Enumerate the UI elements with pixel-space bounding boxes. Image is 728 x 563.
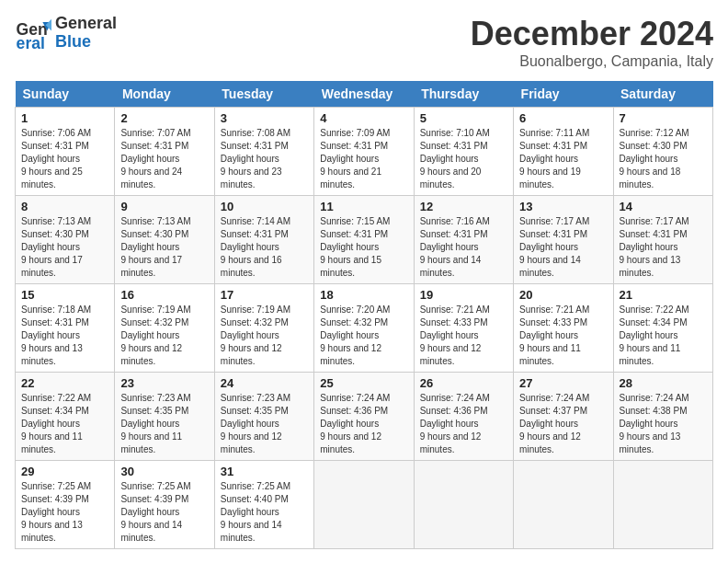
day-cell-15: 15 Sunrise: 7:18 AMSunset: 4:31 PMDaylig…	[16, 284, 115, 373]
day-number: 30	[120, 465, 208, 478]
day-number: 19	[420, 288, 507, 302]
day-number: 18	[320, 288, 407, 302]
day-cell-22: 22 Sunrise: 7:22 AMSunset: 4:34 PMDaylig…	[16, 373, 115, 461]
day-number: 5	[420, 111, 507, 125]
logo-line2: Blue	[55, 33, 117, 52]
day-number: 12	[420, 200, 507, 213]
day-cell-17: 17 Sunrise: 7:19 AMSunset: 4:32 PMDaylig…	[214, 284, 313, 373]
day-cell-25: 25 Sunrise: 7:24 AMSunset: 4:36 PMDaylig…	[314, 373, 414, 461]
day-number: 21	[620, 288, 707, 302]
day-cell-28: 28 Sunrise: 7:24 AMSunset: 4:38 PMDaylig…	[613, 373, 712, 461]
day-header-saturday: Saturday	[613, 81, 712, 108]
cell-text: Sunrise: 7:11 AMSunset: 4:31 PMDaylight …	[519, 128, 589, 190]
day-cell-7: 7 Sunrise: 7:12 AMSunset: 4:30 PMDayligh…	[613, 108, 712, 196]
day-cell-2: 2 Sunrise: 7:07 AMSunset: 4:31 PMDayligh…	[115, 108, 214, 196]
day-number: 4	[320, 111, 407, 125]
day-number: 1	[21, 111, 108, 125]
calendar-table: SundayMondayTuesdayWednesdayThursdayFrid…	[15, 81, 713, 549]
day-cell-6: 6 Sunrise: 7:11 AMSunset: 4:31 PMDayligh…	[514, 108, 613, 196]
day-cell-8: 8 Sunrise: 7:13 AMSunset: 4:30 PMDayligh…	[16, 196, 115, 284]
cell-text: Sunrise: 7:24 AMSunset: 4:36 PMDaylight …	[320, 393, 390, 454]
cell-text: Sunrise: 7:19 AMSunset: 4:32 PMDaylight …	[120, 304, 190, 366]
day-number: 29	[21, 465, 108, 478]
cell-text: Sunrise: 7:23 AMSunset: 4:35 PMDaylight …	[221, 393, 290, 454]
day-cell-16: 16 Sunrise: 7:19 AMSunset: 4:32 PMDaylig…	[115, 284, 214, 373]
day-cell-23: 23 Sunrise: 7:23 AMSunset: 4:35 PMDaylig…	[115, 373, 214, 461]
cell-text: Sunrise: 7:25 AMSunset: 4:39 PMDaylight …	[21, 481, 91, 543]
day-number: 6	[519, 111, 607, 125]
cell-text: Sunrise: 7:06 AMSunset: 4:31 PMDaylight …	[21, 128, 91, 190]
cell-text: Sunrise: 7:24 AMSunset: 4:37 PMDaylight …	[519, 393, 589, 454]
day-header-tuesday: Tuesday	[214, 81, 313, 108]
week-row-5: 29 Sunrise: 7:25 AMSunset: 4:39 PMDaylig…	[16, 461, 713, 549]
day-number: 31	[221, 465, 308, 478]
svg-text:eral: eral	[17, 34, 45, 52]
page-header: Gen eral General Blue December 2024 Buon…	[15, 15, 713, 70]
cell-text: Sunrise: 7:24 AMSunset: 4:36 PMDaylight …	[420, 393, 490, 454]
day-header-thursday: Thursday	[414, 81, 513, 108]
cell-text: Sunrise: 7:09 AMSunset: 4:31 PMDaylight …	[320, 128, 390, 190]
day-header-monday: Monday	[115, 81, 214, 108]
day-cell-4: 4 Sunrise: 7:09 AMSunset: 4:31 PMDayligh…	[314, 108, 414, 196]
empty-cell	[613, 461, 712, 549]
day-number: 25	[320, 376, 407, 390]
cell-text: Sunrise: 7:08 AMSunset: 4:31 PMDaylight …	[221, 128, 290, 190]
cell-text: Sunrise: 7:25 AMSunset: 4:40 PMDaylight …	[221, 481, 290, 543]
day-number: 2	[120, 111, 208, 125]
day-cell-14: 14 Sunrise: 7:17 AMSunset: 4:31 PMDaylig…	[613, 196, 712, 284]
week-row-2: 8 Sunrise: 7:13 AMSunset: 4:30 PMDayligh…	[16, 196, 713, 284]
logo-icon: Gen eral	[15, 15, 51, 52]
day-header-wednesday: Wednesday	[314, 81, 414, 108]
cell-text: Sunrise: 7:13 AMSunset: 4:30 PMDaylight …	[21, 216, 91, 278]
day-cell-11: 11 Sunrise: 7:15 AMSunset: 4:31 PMDaylig…	[314, 196, 414, 284]
cell-text: Sunrise: 7:15 AMSunset: 4:31 PMDaylight …	[320, 216, 390, 278]
day-number: 22	[21, 376, 108, 390]
day-number: 28	[620, 376, 707, 390]
cell-text: Sunrise: 7:24 AMSunset: 4:38 PMDaylight …	[620, 393, 689, 454]
week-row-4: 22 Sunrise: 7:22 AMSunset: 4:34 PMDaylig…	[16, 373, 713, 461]
cell-text: Sunrise: 7:18 AMSunset: 4:31 PMDaylight …	[21, 304, 91, 366]
day-number: 3	[221, 111, 308, 125]
day-header-friday: Friday	[514, 81, 613, 108]
day-number: 16	[120, 288, 208, 302]
day-cell-30: 30 Sunrise: 7:25 AMSunset: 4:39 PMDaylig…	[115, 461, 214, 549]
day-number: 8	[21, 200, 108, 213]
cell-text: Sunrise: 7:14 AMSunset: 4:31 PMDaylight …	[221, 216, 290, 278]
empty-cell	[314, 461, 414, 549]
day-number: 17	[221, 288, 308, 302]
day-header-sunday: Sunday	[16, 81, 115, 108]
day-number: 15	[21, 288, 108, 302]
day-cell-27: 27 Sunrise: 7:24 AMSunset: 4:37 PMDaylig…	[514, 373, 613, 461]
cell-text: Sunrise: 7:10 AMSunset: 4:31 PMDaylight …	[420, 128, 490, 190]
day-cell-18: 18 Sunrise: 7:20 AMSunset: 4:32 PMDaylig…	[314, 284, 414, 373]
cell-text: Sunrise: 7:12 AMSunset: 4:30 PMDaylight …	[620, 128, 689, 190]
day-cell-1: 1 Sunrise: 7:06 AMSunset: 4:31 PMDayligh…	[16, 108, 115, 196]
day-cell-12: 12 Sunrise: 7:16 AMSunset: 4:31 PMDaylig…	[414, 196, 513, 284]
empty-cell	[514, 461, 613, 549]
empty-cell	[414, 461, 513, 549]
day-number: 26	[420, 376, 507, 390]
cell-text: Sunrise: 7:25 AMSunset: 4:39 PMDaylight …	[120, 481, 190, 543]
day-cell-3: 3 Sunrise: 7:08 AMSunset: 4:31 PMDayligh…	[214, 108, 313, 196]
day-number: 7	[620, 111, 707, 125]
cell-text: Sunrise: 7:07 AMSunset: 4:31 PMDaylight …	[120, 128, 190, 190]
logo-text: General Blue	[55, 15, 117, 52]
day-number: 23	[120, 376, 208, 390]
day-cell-9: 9 Sunrise: 7:13 AMSunset: 4:30 PMDayligh…	[115, 196, 214, 284]
day-cell-10: 10 Sunrise: 7:14 AMSunset: 4:31 PMDaylig…	[214, 196, 313, 284]
day-cell-24: 24 Sunrise: 7:23 AMSunset: 4:35 PMDaylig…	[214, 373, 313, 461]
cell-text: Sunrise: 7:13 AMSunset: 4:30 PMDaylight …	[120, 216, 190, 278]
day-cell-20: 20 Sunrise: 7:21 AMSunset: 4:33 PMDaylig…	[514, 284, 613, 373]
day-number: 27	[519, 376, 607, 390]
day-cell-31: 31 Sunrise: 7:25 AMSunset: 4:40 PMDaylig…	[214, 461, 313, 549]
day-cell-29: 29 Sunrise: 7:25 AMSunset: 4:39 PMDaylig…	[16, 461, 115, 549]
day-number: 9	[120, 200, 208, 213]
day-number: 11	[320, 200, 407, 213]
cell-text: Sunrise: 7:20 AMSunset: 4:32 PMDaylight …	[320, 304, 390, 366]
logo: Gen eral General Blue	[15, 15, 117, 52]
cell-text: Sunrise: 7:22 AMSunset: 4:34 PMDaylight …	[21, 393, 91, 454]
cell-text: Sunrise: 7:19 AMSunset: 4:32 PMDaylight …	[221, 304, 290, 366]
cell-text: Sunrise: 7:21 AMSunset: 4:33 PMDaylight …	[420, 304, 490, 366]
location: Buonalbergo, Campania, Italy	[471, 53, 713, 70]
day-number: 10	[221, 200, 308, 213]
